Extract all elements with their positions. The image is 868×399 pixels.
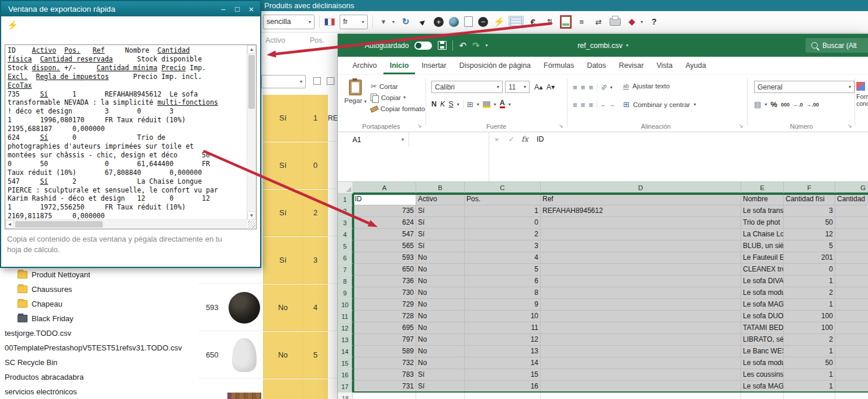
cell-B12[interactable]: No — [416, 322, 465, 334]
cell-E15[interactable]: Le sofa modu — [741, 357, 784, 369]
align-right-icon[interactable]: ≡ — [589, 101, 593, 109]
cell-E4[interactable]: La Chaise Lor — [741, 229, 784, 240]
row-header-11[interactable]: 11 — [338, 311, 353, 322]
cell-B15[interactable]: No — [416, 357, 465, 369]
cell-F14[interactable]: 1 — [784, 346, 835, 357]
decrease-indent-icon[interactable]: ← — [601, 102, 606, 108]
cell-G16[interactable] — [835, 369, 868, 381]
cell-F13[interactable]: 2 — [784, 334, 835, 346]
col-header-B[interactable]: B — [416, 182, 465, 194]
italic-button[interactable]: K — [440, 100, 445, 108]
cell-C16[interactable]: 15 — [465, 369, 541, 381]
comma-style-icon[interactable]: 000 — [781, 102, 790, 108]
row-header-8[interactable]: 8 — [338, 276, 353, 287]
close-button[interactable]: × — [245, 3, 258, 15]
ribbon-tab-revisar[interactable]: Revisar — [613, 57, 650, 74]
cell-D5[interactable] — [541, 240, 741, 252]
product-id-cell[interactable]: 650 — [199, 332, 226, 379]
cell-A2[interactable]: 735 — [353, 205, 416, 217]
cell-E9[interactable]: Le sofa modu — [741, 287, 784, 299]
cell-B1[interactable]: Activo — [416, 194, 465, 205]
cell-G10[interactable] — [835, 299, 868, 311]
fill-color-icon[interactable] — [483, 101, 490, 108]
cell-C10[interactable]: 9 — [465, 299, 541, 311]
filter-icon[interactable]: ▼ — [378, 16, 389, 27]
scroll-up-icon[interactable]: ▲ — [247, 45, 256, 54]
col-header-F[interactable]: F — [784, 182, 835, 194]
wrap-text-button[interactable]: ab Ajustar texto — [623, 82, 670, 90]
sort-icon[interactable]: ⇅ — [544, 16, 556, 27]
cut-button[interactable]: ✂ Cortar — [371, 82, 398, 91]
sidebar-item[interactable]: 00TemplatePrestashopV5TEST51refsv31.TODO… — [0, 340, 199, 355]
cell-F6[interactable]: 201 — [784, 252, 835, 264]
cell-B8[interactable]: No — [416, 276, 465, 287]
save-icon[interactable] — [438, 41, 447, 50]
cell-D4[interactable] — [541, 229, 741, 240]
product-id-cell[interactable] — [199, 379, 226, 399]
cell-E6[interactable]: Le Fauteuil E — [741, 252, 784, 264]
scrollbar-thumb[interactable] — [15, 221, 103, 228]
cell-G14[interactable] — [835, 346, 868, 357]
row-header-10[interactable]: 10 — [338, 299, 353, 311]
cell-D3[interactable] — [541, 217, 741, 229]
cell-D9[interactable] — [541, 287, 741, 299]
product-id-cell[interactable]: 593 — [199, 284, 226, 331]
cell-A1[interactable]: ID — [353, 194, 416, 205]
row-header-14[interactable]: 14 — [338, 346, 353, 357]
cell-G6[interactable] — [835, 252, 868, 264]
col-header-G[interactable]: G — [835, 182, 868, 194]
cell-D6[interactable] — [541, 252, 741, 264]
cell-F8[interactable]: 1 — [784, 276, 835, 287]
cell-F11[interactable]: 100 — [784, 311, 835, 322]
number-dialog-launcher-icon[interactable]: ↘ — [848, 123, 852, 129]
cell-G7[interactable] — [835, 264, 868, 276]
cell-G9[interactable] — [835, 287, 868, 299]
cell-B9[interactable]: No — [416, 287, 465, 299]
cell-G3[interactable] — [835, 217, 868, 229]
cell-B7[interactable]: No — [416, 264, 465, 276]
globe-icon[interactable] — [449, 17, 459, 27]
horizontal-scrollbar[interactable]: ◄ — [5, 219, 247, 229]
sidebar-item[interactable]: Chaussures — [0, 282, 199, 297]
resize-grip[interactable] — [248, 221, 255, 228]
align-center-icon[interactable]: ≡ — [581, 101, 586, 109]
cell-A11[interactable]: 728 — [353, 311, 416, 322]
product-position-cell[interactable]: 2 — [302, 190, 328, 236]
flash-icon[interactable]: ⚡ — [493, 16, 505, 27]
font-dialog-launcher-icon[interactable]: ↘ — [559, 123, 563, 129]
cell-G1[interactable]: Cantidad — [835, 194, 868, 205]
row-header-13[interactable]: 13 — [338, 334, 353, 346]
cell-A12[interactable]: 695 — [353, 322, 416, 334]
redo-icon[interactable]: ↷ — [472, 40, 480, 51]
cell-B17[interactable]: Sí — [416, 381, 465, 393]
autosave-toggle[interactable] — [414, 42, 432, 50]
bg-filter-checkbox[interactable] — [313, 77, 321, 85]
paste-button[interactable]: Pegar ▾ — [343, 80, 368, 105]
increase-font-icon[interactable]: A▴ — [534, 82, 543, 91]
product-position-cell[interactable]: 1 — [302, 95, 328, 142]
minimize-button[interactable]: – — [217, 3, 230, 15]
cell-F4[interactable]: 12 — [784, 229, 835, 240]
increase-decimal-icon[interactable]: ←.0 — [793, 102, 803, 108]
cell-C13[interactable]: 12 — [465, 334, 541, 346]
cell-D18[interactable] — [541, 393, 741, 399]
language-select[interactable]: fr ▾ — [340, 15, 368, 29]
underline-button[interactable]: S — [448, 100, 453, 108]
name-box[interactable]: A1 ▾ — [338, 132, 409, 147]
bg-filter-select[interactable]: ▾ — [261, 75, 306, 88]
product-active-cell[interactable]: Sí — [263, 190, 302, 236]
cell-B2[interactable]: Sí — [416, 205, 465, 217]
format-painter-button[interactable]: Copiar formato — [371, 105, 425, 112]
cell-C14[interactable]: 13 — [465, 346, 541, 357]
cell-E11[interactable]: Le sofa DUO — [741, 311, 784, 322]
cell-F15[interactable]: 50 — [784, 357, 835, 369]
vertical-scrollbar[interactable]: ▲ ▼ — [247, 45, 256, 220]
cell-E18[interactable] — [741, 393, 784, 399]
formula-content[interactable]: ID — [537, 135, 544, 143]
product-position-cell[interactable]: 3 — [302, 237, 328, 284]
list-icon[interactable]: ≡ — [576, 16, 587, 27]
sidebar-item[interactable]: SC Recycle Bin — [0, 355, 199, 370]
table-view-icon[interactable] — [510, 18, 522, 26]
maximize-button[interactable]: □ — [231, 3, 244, 15]
cell-A9[interactable]: 730 — [353, 287, 416, 299]
